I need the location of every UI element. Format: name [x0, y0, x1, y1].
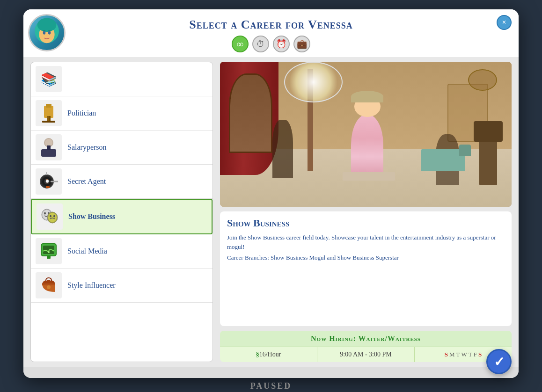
hiring-hours: 9:00 AM - 3:00 PM — [317, 347, 415, 362]
filter-clock2[interactable]: ⏰ — [273, 36, 290, 52]
career-icon-secret-agent: ⌚ — [36, 168, 62, 195]
svg-point-31 — [48, 251, 50, 253]
career-name-style-influencer: Style Influencer — [67, 281, 116, 290]
day-f: F — [474, 351, 477, 358]
svg-point-4 — [48, 31, 51, 34]
svg-rect-13 — [47, 145, 51, 150]
svg-point-3 — [43, 31, 46, 34]
hiring-text: Now Hiring: Waiter/Waitress — [311, 334, 421, 342]
career-list[interactable]: 📚 Politician — [30, 62, 213, 362]
career-info-description: Join the Show Business career field toda… — [227, 233, 505, 251]
career-info: Show Business Join the Show Business car… — [220, 211, 512, 326]
svg-rect-9 — [42, 121, 55, 123]
day-t1: T — [456, 351, 460, 358]
list-item-secret-agent[interactable]: ⌚ Secret Agent — [31, 165, 212, 199]
svg-point-34 — [47, 285, 51, 289]
career-icon-politician — [36, 100, 62, 126]
pay-amount: 16/Hour — [259, 351, 281, 358]
modal-body: 📚 Politician — [23, 57, 519, 367]
svg-point-26 — [48, 213, 57, 222]
modal-header: Select a Career for Venessa ∞ ⏱ ⏰ 💼 × — [23, 9, 519, 57]
hiring-banner: Now Hiring: Waiter/Waitress — [220, 331, 512, 347]
svg-rect-33 — [42, 283, 55, 285]
hiring-pay: §16/Hour — [220, 347, 317, 362]
svg-point-11 — [45, 139, 52, 146]
career-name-show-business: Show Business — [68, 212, 115, 221]
career-name-politician: Politician — [67, 109, 96, 117]
career-icon-social-media — [36, 238, 62, 264]
time-filter-group: ∞ ⏱ ⏰ 💼 — [33, 36, 509, 52]
svg-point-2 — [37, 18, 57, 32]
day-t2: T — [469, 351, 472, 358]
svg-text:⌚: ⌚ — [45, 179, 50, 183]
career-icon-book: 📚 — [36, 66, 62, 92]
svg-point-23 — [44, 212, 46, 215]
confirm-button[interactable]: ✓ — [486, 349, 512, 374]
career-selection-modal: Select a Career for Venessa ∞ ⏱ ⏰ 💼 × 📚 — [23, 9, 519, 378]
modal-footer — [23, 367, 519, 378]
pay-icon: § — [256, 351, 259, 358]
filter-clock1[interactable]: ⏱ — [252, 36, 269, 52]
hiring-section: Now Hiring: Waiter/Waitress §16/Hour 9:0… — [220, 331, 512, 362]
career-icon-salaryperson — [36, 134, 62, 160]
career-icon-show-business — [37, 203, 63, 230]
svg-point-27 — [50, 215, 51, 218]
list-item[interactable]: 📚 — [31, 62, 212, 96]
filter-infinite[interactable]: ∞ — [232, 36, 249, 52]
detail-panel: Show Business Join the Show Business car… — [220, 62, 512, 362]
career-name-salaryperson: Salaryperson — [67, 143, 107, 152]
list-item-salaryperson[interactable]: Salaryperson — [31, 131, 212, 165]
day-m: M — [449, 351, 455, 358]
day-w: W — [461, 351, 467, 358]
svg-rect-6 — [46, 104, 51, 108]
list-item-politician[interactable]: Politician — [31, 96, 212, 131]
day-s1: S — [445, 351, 448, 358]
paused-label: PAUSED — [250, 381, 292, 391]
list-item-social-media[interactable]: Social Media — [31, 234, 212, 269]
career-info-title: Show Business — [227, 217, 505, 229]
close-button[interactable]: × — [497, 15, 512, 30]
modal-title: Select a Career for Venessa — [33, 18, 509, 32]
career-scene — [220, 62, 512, 207]
career-image — [220, 62, 512, 207]
career-name-secret-agent: Secret Agent — [67, 177, 106, 186]
svg-point-28 — [53, 215, 55, 218]
day-s2: S — [478, 351, 482, 358]
avatar — [28, 14, 66, 51]
list-item-style-influencer[interactable]: Style Influencer — [31, 269, 212, 303]
svg-rect-12 — [41, 149, 56, 157]
career-info-branches: Career Branches: Show Business Mogul and… — [227, 254, 505, 261]
svg-rect-32 — [47, 256, 51, 259]
list-item-show-business[interactable]: Show Business — [31, 199, 212, 234]
hiring-details: §16/Hour 9:00 AM - 3:00 PM S M T W T F S — [220, 347, 512, 362]
filter-briefcase[interactable]: 💼 — [293, 36, 310, 52]
career-name-social-media: Social Media — [67, 247, 107, 255]
svg-rect-19 — [46, 186, 50, 188]
career-icon-style-influencer — [36, 272, 62, 298]
